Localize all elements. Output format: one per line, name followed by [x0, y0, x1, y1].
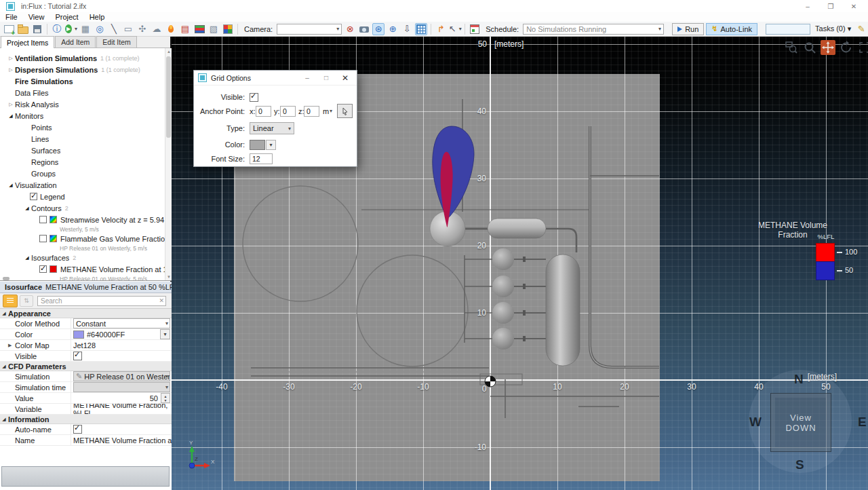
- compass-north[interactable]: N: [794, 372, 804, 387]
- grid-type-select[interactable]: Linear▾: [250, 122, 294, 134]
- info-button[interactable]: ⓘ: [51, 23, 63, 35]
- fullscreen-icon[interactable]: [857, 40, 868, 55]
- tree-item-groups[interactable]: Groups: [0, 168, 172, 179]
- small-sphere-4[interactable]: [492, 328, 514, 350]
- legend-checkbox[interactable]: [30, 193, 37, 200]
- pan-icon[interactable]: [821, 40, 835, 55]
- target-button[interactable]: ◎: [94, 23, 106, 35]
- delete-camera-button[interactable]: ⊗: [344, 23, 356, 35]
- tree-item-monitors[interactable]: ◢Monitors: [0, 110, 172, 121]
- menu-view[interactable]: View: [23, 13, 50, 21]
- clear-search-icon[interactable]: ✕: [159, 297, 164, 304]
- section-information[interactable]: ◢Information: [0, 415, 172, 424]
- contour-flammable-checkbox[interactable]: [39, 235, 47, 242]
- process-column[interactable]: [546, 255, 580, 366]
- horizontal-vessel[interactable]: [488, 219, 546, 238]
- grid-options-button[interactable]: [415, 23, 427, 35]
- zoom-icon[interactable]: [802, 40, 817, 55]
- close-button[interactable]: ✕: [842, 0, 865, 12]
- edit-pencil-button[interactable]: ✎: [855, 23, 867, 35]
- categorized-view-button[interactable]: [3, 295, 18, 307]
- tree-item-points[interactable]: Points: [0, 121, 172, 133]
- select-cursor-button[interactable]: ↖▾: [449, 23, 461, 35]
- run-simulation-button[interactable]: ▶▾: [65, 23, 77, 35]
- report-button[interactable]: ▤: [179, 23, 191, 35]
- menu-file[interactable]: File: [0, 13, 23, 21]
- tab-edit-item[interactable]: Edit Item: [96, 36, 136, 48]
- restore-button[interactable]: ❐: [819, 0, 842, 12]
- line-tool-button[interactable]: ╲: [108, 23, 120, 35]
- small-sphere-2[interactable]: [492, 276, 514, 297]
- view-cube[interactable]: View DOWN: [770, 393, 831, 452]
- minimize-button[interactable]: –: [796, 0, 819, 12]
- tree-item-ventilation[interactable]: ▷Ventilation Simulations1 (1 complete): [0, 52, 172, 64]
- contour-velocity-checkbox[interactable]: [39, 216, 47, 223]
- reset-view-button[interactable]: ⊛: [372, 23, 384, 35]
- pick-point-button[interactable]: [337, 104, 353, 118]
- tree-item-iso-100[interactable]: METHANE Volume Fraction at 100 %LFL: [0, 263, 172, 275]
- monitor-results-button[interactable]: [193, 23, 205, 35]
- menu-project[interactable]: Project: [50, 13, 83, 21]
- image-report-button[interactable]: ▧: [208, 23, 220, 35]
- section-appearance[interactable]: ◢Appearance: [0, 309, 172, 318]
- task-filter-input[interactable]: [766, 24, 810, 35]
- dialog-title-bar[interactable]: Grid Options – □ ✕: [194, 71, 357, 86]
- tree-item-dispersion[interactable]: ▷Dispersion Simulations1 (1 complete): [0, 64, 172, 75]
- tree-item-visualization[interactable]: ◢Visualization: [0, 179, 172, 191]
- tree-item-data-files[interactable]: Data Files: [0, 87, 172, 98]
- tree-item-risk-analysis[interactable]: ▷Risk Analysis: [0, 98, 172, 110]
- section-cfd-parameters[interactable]: ◢CFD Parameters: [0, 362, 172, 371]
- visible-checkbox[interactable]: [73, 352, 82, 360]
- small-sphere-3[interactable]: [492, 302, 514, 324]
- cloud-tool-button[interactable]: ☁: [151, 23, 163, 35]
- tree-item-regions[interactable]: Regions: [0, 156, 172, 168]
- path-button[interactable]: ↱: [435, 23, 447, 35]
- color-dropdown-button[interactable]: ▾: [160, 329, 170, 339]
- alphabetical-sort-button[interactable]: ⇅: [20, 295, 33, 307]
- value-spinner[interactable]: ▲▼: [161, 393, 170, 403]
- properties-search-input[interactable]: [37, 296, 166, 306]
- simulation-time-select[interactable]: ▾: [73, 382, 170, 392]
- grid-color-dropdown[interactable]: ▾: [266, 140, 276, 150]
- tab-project-items[interactable]: Project Items: [1, 36, 54, 48]
- open-project-button[interactable]: [17, 23, 29, 35]
- font-size-input[interactable]: 12: [250, 153, 273, 164]
- camera-button[interactable]: [358, 23, 370, 35]
- storage-tank-outline-2[interactable]: [357, 255, 468, 366]
- grid-visible-checkbox[interactable]: [250, 93, 258, 102]
- menu-help[interactable]: Help: [84, 13, 111, 21]
- dialog-minimize-button[interactable]: –: [298, 71, 317, 85]
- iso-100-checkbox[interactable]: [39, 265, 47, 273]
- schedule-select[interactable]: No Simulations Running▾: [523, 24, 664, 35]
- tab-add-item[interactable]: Add Item: [55, 36, 96, 48]
- grid-color-swatch[interactable]: [250, 140, 265, 150]
- geometry-button[interactable]: ▦: [79, 23, 92, 35]
- run-button[interactable]: Run: [672, 23, 704, 35]
- vent-tool-button[interactable]: ✣: [136, 23, 149, 35]
- scroll-up-icon[interactable]: ▲: [165, 48, 172, 55]
- scroll-down-icon[interactable]: ▼: [165, 274, 172, 280]
- dialog-close-button[interactable]: ✕: [336, 71, 355, 85]
- tasks-dropdown[interactable]: Tasks (0) ▾: [815, 24, 851, 33]
- save-button[interactable]: [31, 23, 43, 35]
- tree-item-isosurfaces[interactable]: ◢Isosurfaces2: [0, 252, 172, 263]
- tree-item-surfaces[interactable]: Surfaces: [0, 145, 172, 156]
- compass-west[interactable]: W: [749, 415, 762, 430]
- fire-tool-button[interactable]: [165, 23, 177, 35]
- camera-select[interactable]: ▾: [277, 24, 342, 35]
- unit-dropdown-icon[interactable]: ▾: [330, 108, 332, 114]
- anchor-z-input[interactable]: 0: [304, 106, 319, 117]
- compass-east[interactable]: E: [858, 415, 867, 430]
- auto-link-button[interactable]: ↯Auto-Link: [706, 23, 757, 35]
- palette-button[interactable]: [222, 23, 234, 35]
- tree-item-contour-velocity[interactable]: Streamwise Velocity at z = 5.94 meters: [0, 214, 172, 225]
- tree-scrollbar[interactable]: ▲ ▼: [165, 48, 172, 280]
- simulation-select[interactable]: ✎HP Release 01 on Westerly...▾: [73, 371, 170, 381]
- compass-south[interactable]: S: [795, 457, 804, 472]
- plume-isosurface-50[interactable]: [433, 126, 474, 217]
- zoom-window-icon[interactable]: [784, 40, 799, 55]
- new-project-button[interactable]: [3, 23, 15, 35]
- auto-name-checkbox[interactable]: [73, 425, 82, 434]
- rotate-icon[interactable]: [839, 40, 854, 55]
- color-swatch[interactable]: [73, 331, 84, 339]
